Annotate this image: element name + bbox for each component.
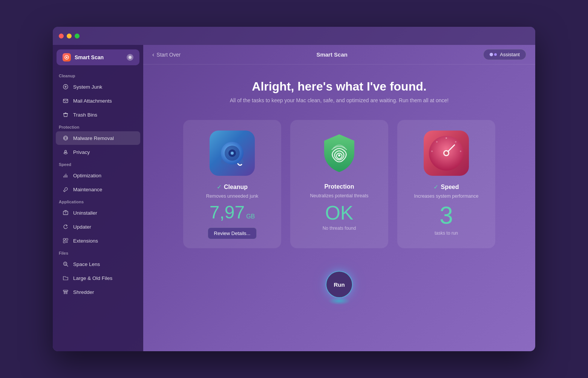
main-body: Alright, here's what I've found. All of … <box>143 65 535 351</box>
large-old-files-icon <box>62 274 69 282</box>
cleanup-title-row: ✓ Cleanup <box>217 183 248 191</box>
system-junk-icon <box>62 83 69 91</box>
protection-note: No threats found <box>323 226 356 231</box>
shredder-label: Shredder <box>73 289 94 295</box>
traffic-lights <box>59 34 80 38</box>
main-content: ‹ Start Over Smart Scan Assistant Alrigh… <box>143 45 535 351</box>
privacy-label: Privacy <box>73 149 90 155</box>
protection-value: OK <box>325 203 353 223</box>
malware-removal-label: Malware Removal <box>73 135 114 141</box>
cleanup-card-subtitle: Removes unneeded junk <box>206 194 258 199</box>
section-label-applications: Applications <box>53 197 143 206</box>
main-header: ‹ Start Over Smart Scan Assistant <box>143 45 535 65</box>
mail-attachments-icon <box>62 97 69 104</box>
app-content: Smart Scan Cleanup System Junk <box>53 45 535 351</box>
speed-card-subtitle: Increases system performance <box>414 194 479 199</box>
extensions-icon <box>62 237 69 244</box>
speed-value: 3 <box>439 203 453 227</box>
minimize-button[interactable] <box>67 34 72 38</box>
system-junk-label: System Junk <box>73 84 102 90</box>
protection-title-row: Protection <box>324 183 354 190</box>
svg-rect-3 <box>63 99 68 103</box>
maximize-button[interactable] <box>75 34 80 38</box>
sidebar-item-mail-attachments[interactable]: Mail Attachments <box>56 94 140 108</box>
subheadline: All of the tasks to keep your Mac clean,… <box>230 97 449 103</box>
svg-point-1 <box>66 57 67 58</box>
svg-point-26 <box>431 151 433 152</box>
sidebar-item-optimization[interactable]: Optimization <box>56 169 140 182</box>
speed-check-icon: ✓ <box>433 183 438 191</box>
uninstaller-label: Uninstaller <box>73 210 97 216</box>
section-label-files: Files <box>53 248 143 257</box>
app-window: Smart Scan Cleanup System Junk <box>53 27 535 351</box>
sidebar-item-trash-bins[interactable]: Trash Bins <box>56 108 140 121</box>
speed-card-title: Speed <box>441 184 459 191</box>
section-label-protection: Protection <box>53 122 143 131</box>
speed-title-row: ✓ Speed <box>433 183 459 191</box>
svg-point-22 <box>446 137 447 139</box>
cleanup-card: ✓ Cleanup Removes unneeded junk 7,97 GB … <box>183 120 281 248</box>
smart-scan-label: Smart Scan <box>75 54 104 60</box>
smart-scan-icon <box>63 53 71 61</box>
svg-rect-10 <box>63 241 65 243</box>
sidebar-item-privacy[interactable]: Privacy <box>56 145 140 159</box>
cleanup-card-title: Cleanup <box>224 184 248 191</box>
space-lens-label: Space Lens <box>73 261 100 267</box>
sidebar-item-malware-removal[interactable]: Malware Removal <box>56 131 140 145</box>
sidebar-item-updater[interactable]: Updater <box>56 220 140 234</box>
run-button[interactable]: Run <box>326 271 353 298</box>
space-lens-icon <box>62 260 69 268</box>
section-label-cleanup: Cleanup <box>53 71 143 80</box>
sidebar-item-smart-scan[interactable]: Smart Scan <box>57 49 139 65</box>
back-label: Start Over <box>156 52 181 58</box>
trash-bins-icon <box>62 111 69 118</box>
sidebar-item-system-junk[interactable]: System Junk <box>56 80 140 94</box>
mail-attachments-label: Mail Attachments <box>73 98 112 104</box>
protection-card-title: Protection <box>324 183 354 190</box>
large-old-files-label: Large & Old Files <box>73 275 112 281</box>
sidebar-item-space-lens[interactable]: Space Lens <box>56 257 140 271</box>
cleanup-value-row: 7,97 GB <box>210 202 255 221</box>
svg-point-20 <box>338 154 340 157</box>
svg-point-29 <box>444 151 448 155</box>
assistant-label: Assistant <box>500 52 520 57</box>
svg-point-6 <box>64 152 67 154</box>
sidebar-item-shredder[interactable]: Shredder <box>56 285 140 299</box>
headline: Alright, here's what I've found. <box>252 80 426 94</box>
cleanup-card-icon <box>210 131 255 176</box>
svg-point-24 <box>460 151 461 152</box>
speed-card-icon <box>424 131 469 176</box>
assistant-dot-2 <box>494 53 497 56</box>
cleanup-unit: GB <box>246 213 255 220</box>
uninstaller-icon <box>62 209 69 217</box>
page-title: Smart Scan <box>316 51 348 58</box>
back-button[interactable]: ‹ Start Over <box>152 51 181 58</box>
svg-rect-8 <box>63 238 65 240</box>
maintenance-icon <box>62 186 69 193</box>
protection-card-icon <box>317 131 362 176</box>
close-button[interactable] <box>59 34 64 38</box>
sidebar-item-large-old-files[interactable]: Large & Old Files <box>56 271 140 285</box>
malware-removal-icon <box>62 134 69 142</box>
sidebar-item-uninstaller[interactable]: Uninstaller <box>56 206 140 220</box>
optimization-label: Optimization <box>73 173 101 178</box>
review-details-button[interactable]: Review Details... <box>208 227 257 239</box>
sidebar-item-extensions[interactable]: Extensions <box>56 234 140 247</box>
speed-note: tasks to run <box>435 230 458 236</box>
trash-bins-label: Trash Bins <box>73 112 97 118</box>
title-bar <box>53 27 535 45</box>
shredder-icon <box>62 288 69 296</box>
updater-icon <box>62 223 69 230</box>
cleanup-value: 7,97 <box>210 203 245 221</box>
assistant-button[interactable]: Assistant <box>483 49 526 60</box>
svg-point-12 <box>64 263 66 264</box>
cleanup-check-icon: ✓ <box>217 183 222 191</box>
assistant-dots <box>490 53 497 56</box>
extensions-label: Extensions <box>73 238 98 244</box>
smart-scan-toggle[interactable] <box>127 54 133 61</box>
section-label-speed: Speed <box>53 159 143 168</box>
run-button-wrap: Run <box>326 271 353 298</box>
updater-label: Updater <box>73 224 91 230</box>
sidebar-item-maintenance[interactable]: Maintenance <box>56 183 140 196</box>
svg-point-25 <box>436 141 438 143</box>
